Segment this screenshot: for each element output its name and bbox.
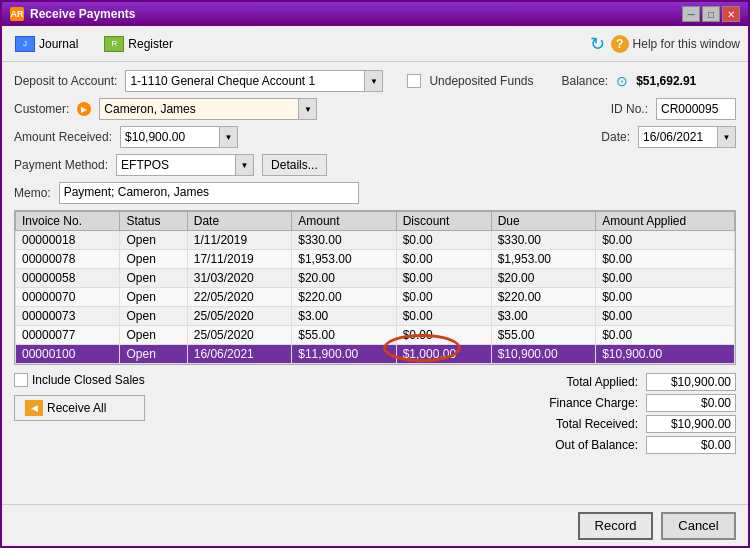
- journal-icon: J: [15, 36, 35, 52]
- form-content: Deposit to Account: 1-1110 General Chequ…: [2, 62, 748, 504]
- receive-all-button[interactable]: ◀ Receive All: [14, 395, 145, 421]
- table-cell: 00000073: [16, 307, 120, 326]
- date-label: Date:: [601, 130, 630, 144]
- table-cell: $0.00: [596, 250, 735, 269]
- table-cell: $20.00: [491, 269, 595, 288]
- payment-input[interactable]: EFTPOS: [116, 154, 236, 176]
- table-cell: $0.00: [596, 307, 735, 326]
- include-closed-row: Include Closed Sales: [14, 373, 145, 387]
- col-amount: Amount: [292, 212, 396, 231]
- restore-button[interactable]: □: [702, 6, 720, 22]
- date-dropdown-btn[interactable]: ▼: [718, 126, 736, 148]
- include-closed-checkbox[interactable]: [14, 373, 28, 387]
- amount-dropdown-btn[interactable]: ▼: [220, 126, 238, 148]
- deposit-row-right: Undeposited Funds Balance: ⊙ $51,692.91: [407, 73, 696, 89]
- bottom-left: Include Closed Sales ◀ Receive All: [14, 373, 145, 421]
- cancel-button[interactable]: Cancel: [661, 512, 736, 540]
- table-cell: $0.00: [396, 231, 491, 250]
- table-cell: $0.00: [396, 288, 491, 307]
- title-bar-controls: ─ □ ✕: [682, 6, 740, 22]
- table-row[interactable]: 00000073Open25/05/2020$3.00$0.00$3.00$0.…: [16, 307, 735, 326]
- table-row[interactable]: 00000100Open16/06/2021$11,900.00$1,000.0…: [16, 345, 735, 364]
- finance-charge-value: $0.00: [646, 394, 736, 412]
- memo-input[interactable]: Payment; Cameron, James: [59, 182, 359, 204]
- table-row[interactable]: 00000078Open17/11/2019$1,953.00$0.00$1,9…: [16, 250, 735, 269]
- table-cell: 16/06/2021: [187, 345, 291, 364]
- table-cell: $10,900.00: [596, 345, 735, 364]
- table-cell: $0.00: [396, 326, 491, 345]
- table-cell: $0.00: [596, 231, 735, 250]
- undeposited-checkbox[interactable]: [407, 74, 421, 88]
- table-cell: 25/05/2020: [187, 326, 291, 345]
- table-cell: Open: [120, 307, 187, 326]
- total-applied-label: Total Applied:: [508, 375, 638, 389]
- table-cell: $220.00: [491, 288, 595, 307]
- table-row[interactable]: 00000058Open31/03/2020$20.00$0.00$20.00$…: [16, 269, 735, 288]
- register-button[interactable]: R Register: [99, 33, 178, 55]
- table-cell: $330.00: [491, 231, 595, 250]
- payment-dropdown-btn[interactable]: ▼: [236, 154, 254, 176]
- table-cell: $10,900.00: [491, 345, 595, 364]
- balance-label: Balance:: [561, 74, 608, 88]
- total-received-value: $10,900.00: [646, 415, 736, 433]
- deposit-input[interactable]: 1-1110 General Cheque Account 1: [125, 70, 365, 92]
- deposit-label: Deposit to Account:: [14, 74, 117, 88]
- record-button[interactable]: Record: [578, 512, 653, 540]
- help-icon: ?: [611, 35, 629, 53]
- customer-input[interactable]: Cameron, James: [99, 98, 299, 120]
- table-cell: 00000078: [16, 250, 120, 269]
- amount-input-group: $10,900.00 ▼: [120, 126, 238, 148]
- col-applied: Amount Applied: [596, 212, 735, 231]
- table-cell: Open: [120, 326, 187, 345]
- table-cell: $0.00: [396, 307, 491, 326]
- col-status: Status: [120, 212, 187, 231]
- total-applied-value: $10,900.00: [646, 373, 736, 391]
- help-button[interactable]: ? Help for this window: [611, 35, 740, 53]
- toolbar-right: ↻ ? Help for this window: [590, 33, 740, 55]
- table-cell: $0.00: [596, 288, 735, 307]
- date-section: Date: 16/06/2021 ▼: [601, 126, 736, 148]
- include-closed-label: Include Closed Sales: [32, 373, 145, 387]
- table-row[interactable]: 00000077Open25/05/2020$55.00$0.00$55.00$…: [16, 326, 735, 345]
- col-invoice: Invoice No.: [16, 212, 120, 231]
- date-input[interactable]: 16/06/2021: [638, 126, 718, 148]
- undeposited-label: Undeposited Funds: [429, 74, 533, 88]
- table-cell: $0.00: [396, 269, 491, 288]
- table-cell: 17/11/2019: [187, 250, 291, 269]
- balance-icon: ⊙: [616, 73, 628, 89]
- customer-dropdown-btn[interactable]: ▼: [299, 98, 317, 120]
- id-section: ID No.: CR000095: [611, 98, 736, 120]
- table-cell: $220.00: [292, 288, 396, 307]
- table-cell: 1/11/2019: [187, 231, 291, 250]
- refresh-icon[interactable]: ↻: [590, 33, 605, 55]
- title-bar-left: AR Receive Payments: [10, 7, 135, 21]
- amount-row: Amount Received: $10,900.00 ▼ Date: 16/0…: [14, 126, 736, 148]
- table-cell: $3.00: [491, 307, 595, 326]
- out-of-balance-label: Out of Balance:: [508, 438, 638, 452]
- table-cell: $55.00: [491, 326, 595, 345]
- id-input: CR000095: [656, 98, 736, 120]
- journal-button[interactable]: J Journal: [10, 33, 83, 55]
- close-button[interactable]: ✕: [722, 6, 740, 22]
- deposit-dropdown-btn[interactable]: ▼: [365, 70, 383, 92]
- details-button[interactable]: Details...: [262, 154, 327, 176]
- table-cell: 00000070: [16, 288, 120, 307]
- table-cell: $11,900.00: [292, 345, 396, 364]
- customer-input-group: Cameron, James ▼: [99, 98, 317, 120]
- customer-arrow-icon[interactable]: ▶: [77, 102, 91, 116]
- footer: Record Cancel: [2, 504, 748, 546]
- minimize-button[interactable]: ─: [682, 6, 700, 22]
- table-cell: 00000077: [16, 326, 120, 345]
- toolbar: J Journal R Register ↻ ? Help for this w…: [2, 26, 748, 62]
- table-cell: 31/03/2020: [187, 269, 291, 288]
- amount-input[interactable]: $10,900.00: [120, 126, 220, 148]
- table-cell: Open: [120, 250, 187, 269]
- table-cell: $1,953.00: [292, 250, 396, 269]
- table-row[interactable]: 00000018Open1/11/2019$330.00$0.00$330.00…: [16, 231, 735, 250]
- receive-all-icon: ◀: [25, 400, 43, 416]
- table-row[interactable]: 00000070Open22/05/2020$220.00$0.00$220.0…: [16, 288, 735, 307]
- finance-charge-label: Finance Charge:: [508, 396, 638, 410]
- table-cell: 00000018: [16, 231, 120, 250]
- finance-charge-row: Finance Charge: $0.00: [508, 394, 736, 412]
- table-cell: 25/05/2020: [187, 307, 291, 326]
